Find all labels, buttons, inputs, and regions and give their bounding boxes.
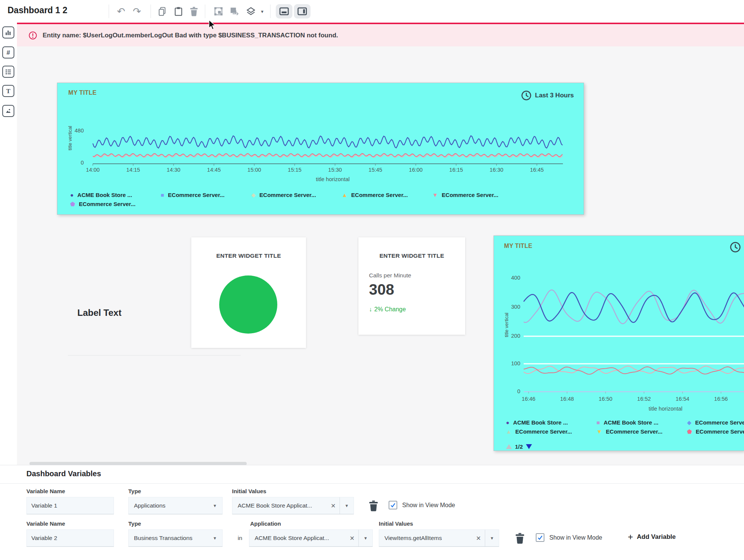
metric-label: Calls per Minute [369,272,411,279]
x-tick-label: 14:30 [167,167,180,173]
y-axis-ticks: 4003002001000 [494,236,523,451]
metric-widget[interactable]: ENTER WIDGET TITLE Calls per Minute 308 … [358,237,465,335]
list-icon [5,69,11,75]
chevron-down-icon[interactable]: ▼ [340,503,354,508]
y-tick-label: 400 [511,275,520,281]
copy-icon [158,6,168,16]
sidebar-item-list-widget[interactable] [2,66,14,78]
group-button[interactable] [211,5,226,18]
x-tick-label: 14:15 [126,167,140,173]
legend-label: ECommerce Server... [79,201,135,207]
x-tick-label: 15:00 [247,167,261,173]
chevron-down-icon[interactable]: ▼ [359,536,372,540]
initial-values-field[interactable]: ACME Book Store Applicat... ✕ ▼ [232,497,354,514]
legend-label: ECommerce Server... [695,419,744,426]
y-tick-label: 100 [511,360,520,366]
legend-item: ⬟ECommerce Server... [687,428,744,435]
x-tick-label: 16:45 [530,167,544,173]
y-tick-label: 300 [511,304,520,310]
page-indicator: 1/2 [515,443,523,450]
y-tick-label: 0 [81,160,84,166]
sidebar-item-chart-widget[interactable] [2,26,14,38]
ungroup-button[interactable] [227,5,241,18]
copy-button[interactable] [155,5,170,18]
layers-caret-button[interactable]: ▾ [258,5,267,18]
bar-chart-icon [5,29,11,35]
pentagon-marker-icon: ⬟ [70,201,75,207]
variable-name-input[interactable]: Variable 1 [26,497,114,514]
x-tick-label: 15:30 [328,167,342,173]
x-tick-label: 16:48 [560,396,574,402]
x-tick-label: 15:45 [369,167,382,173]
toggle-bottom-panel-button[interactable] [276,4,292,18]
initial-values-field[interactable]: ViewItems.getAllItems ✕ ▼ [379,529,499,547]
bottom-panel-icon [279,7,289,15]
legend-item: ▲ECommerce Server... [342,192,432,198]
page-down-icon[interactable] [526,444,532,449]
type-label: Type [128,520,141,527]
legend-item: ●ACME Book Store ... [70,192,161,198]
x-tick-label: 16:50 [599,396,612,402]
x-tick-label: 14:45 [207,167,221,173]
sidebar-item-text-widget[interactable]: T [2,85,14,97]
delete-button[interactable] [187,5,201,18]
page-up-icon[interactable] [506,444,512,449]
legend-item: ⬟ECommerce Server... [70,201,161,207]
toolbar-separator [270,5,271,18]
sidebar-item-number-widget[interactable]: # [2,46,14,58]
type-select[interactable]: Business Transactions ▼ [128,529,223,547]
close-icon[interactable]: ✕ [472,535,485,542]
triangle-down-marker-icon: ▼ [596,429,602,434]
label-widget-border [68,355,241,355]
x-tick-label: 14:00 [86,167,100,173]
y-tick-label: 200 [511,333,520,339]
toolbar-separator [109,5,109,18]
ungroup-icon [229,6,239,16]
change-text: 2% Change [374,306,406,313]
legend-item: ▲ECommerce Server... [506,428,596,435]
variable-name-label: Variable Name [26,520,65,527]
timeseries-widget-1[interactable]: MY TITLE Last 3 Hours title vertical 480… [57,83,584,215]
divider [0,483,744,484]
x-tick-label: 16:00 [409,167,423,173]
diamond-marker-icon: ◆ [687,420,692,425]
add-variable-button[interactable]: + Add Variable [628,532,676,542]
widget-title: ENTER WIDGET TITLE [191,252,306,259]
legend-label: ACME Book Store ... [604,419,658,426]
error-banner: Entity name: $UserLogOut.memberLogOut Ba… [17,23,744,46]
show-in-view-mode-checkbox[interactable] [536,533,544,542]
pie-widget[interactable]: ENTER WIDGET TITLE [191,237,306,348]
y-tick-label: 480 [75,128,84,134]
triangle-marker-icon: ▲ [342,192,347,198]
layers-button[interactable] [244,5,258,18]
delete-variable-button[interactable] [368,500,379,511]
chevron-down-icon[interactable]: ▼ [485,536,499,540]
undo-icon: ↶ [117,6,125,16]
undo-button[interactable]: ↶ [114,5,128,18]
type-select[interactable]: Applications ▼ [128,497,223,514]
type-select-value: Business Transactions [134,535,192,542]
show-in-view-mode-label: Show in View Mode [402,502,455,509]
legend-label: ECommerce Server... [168,192,224,198]
sidebar-item-image-widget[interactable] [2,105,14,117]
show-in-view-mode-checkbox[interactable] [389,501,397,509]
text-icon: T [6,88,10,94]
label-widget[interactable]: Label Text [77,308,121,318]
variable-name-input[interactable]: Variable 2 [26,529,114,547]
mouse-cursor [208,20,217,30]
initial-values-label: Initial Values [232,488,266,494]
delete-variable-button[interactable] [515,532,525,544]
timeseries-widget-2[interactable]: MY TITLE title vertical 4003002001000 16… [493,235,744,451]
close-icon[interactable]: ✕ [327,502,340,509]
legend-label: ECommerce Server... [515,428,572,435]
close-icon[interactable]: ✕ [346,535,358,542]
x-axis-label: title horizontal [649,406,682,412]
redo-button[interactable]: ↷ [130,5,144,18]
x-tick-label: 16:54 [676,396,689,402]
dashboard-variables-panel: Dashboard Variables Variable Name Type I… [0,465,744,560]
toggle-right-panel-button[interactable] [294,4,311,18]
paste-button[interactable] [171,5,186,18]
application-field[interactable]: ACME Book Store Applicat... ✕ ▼ [249,529,373,547]
panel-title: Dashboard Variables [26,469,101,478]
variable-name-label: Variable Name [26,488,65,494]
